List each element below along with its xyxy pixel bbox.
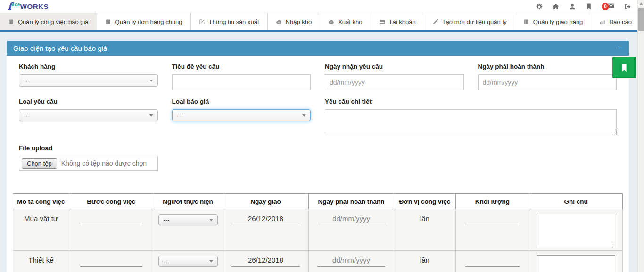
quote-type-select[interactable]: --- <box>172 109 311 121</box>
received-date-input[interactable] <box>325 74 464 90</box>
note-textarea[interactable] <box>537 214 615 248</box>
work-step-input[interactable] <box>80 212 142 225</box>
topbar: f ace WORKS 0 <box>0 0 644 13</box>
quote-request-panel: Giao diện tạo yêu cầu báo giá − Khách hà… <box>7 41 629 272</box>
topbar-icon-group: 0 <box>536 2 632 11</box>
row-due-date-input[interactable] <box>317 254 385 267</box>
work-item-row: Thiết kế --- lần <box>13 251 623 272</box>
due-date-input[interactable] <box>478 74 617 90</box>
row-due-date-input[interactable] <box>317 212 385 225</box>
tab[interactable]: Quản lý giao hàng <box>515 13 592 30</box>
request-title-label: Tiêu đề yêu cầu <box>172 63 311 70</box>
assignee-select[interactable]: --- <box>158 214 218 225</box>
notifications-mail-button[interactable]: 0 <box>602 2 615 11</box>
tab[interactable]: Quản lý công việc báo giá <box>0 13 97 30</box>
customer-label: Khách hàng <box>19 63 158 70</box>
scroll-up-arrow-icon[interactable] <box>639 2 643 5</box>
bar-chart-icon <box>599 19 605 25</box>
choose-file-button[interactable]: Chọn tệp <box>22 158 57 169</box>
logo-letter-f: f <box>8 1 12 11</box>
file-upload-label: File upload <box>19 144 158 152</box>
field-request-detail: Yêu cầu chi tiết <box>325 90 617 137</box>
chevron-down-icon <box>302 114 306 117</box>
tab[interactable]: Báo cáo <box>591 13 640 30</box>
field-received-date: Ngày nhận yêu cầu <box>325 56 464 90</box>
field-request-type: Loại yêu cầu --- <box>19 90 158 137</box>
book-icon <box>105 19 111 25</box>
panel-header: Giao diện tạo yêu cầu báo giá − <box>7 41 629 56</box>
settings-gear-icon[interactable] <box>536 3 543 10</box>
column-header: Ngày giao <box>223 194 308 209</box>
request-detail-textarea[interactable] <box>325 109 617 135</box>
panel-title: Giao diện tạo yêu cầu báo giá <box>13 44 107 52</box>
cloud-upload-icon <box>328 19 334 25</box>
scrollbar-thumb[interactable] <box>638 8 644 31</box>
work-items-table: Mô tả công việcBước công việcNgười thực … <box>13 193 623 272</box>
chevron-down-icon <box>209 260 213 263</box>
work-step-input[interactable] <box>80 254 142 267</box>
work-unit-label: lần <box>397 209 453 223</box>
assignee-select[interactable]: --- <box>158 256 218 267</box>
request-type-select-value: --- <box>24 112 30 119</box>
customer-select-value: --- <box>24 77 30 84</box>
column-header: Ngày phải hoàn thành <box>309 194 394 209</box>
column-header: Mô tả công việc <box>13 194 69 209</box>
work-unit-label: lần <box>397 251 453 264</box>
field-file-upload: File upload Chọn tệp Không có tệp nào đư… <box>19 137 158 171</box>
tab[interactable]: Tài khoản <box>371 13 424 30</box>
faceworks-logo[interactable]: f ace WORKS <box>8 1 49 11</box>
work-item-row: Mua vật tư --- lần <box>13 209 623 251</box>
mail-count-badge: 0 <box>602 3 609 10</box>
tab[interactable]: Nhập kho <box>268 13 321 30</box>
tab[interactable]: Tạo mới dữ liệu quản lý <box>424 13 515 30</box>
cloud-download-icon <box>276 19 282 25</box>
logo-ace-text: ace <box>12 2 20 7</box>
customer-select[interactable]: --- <box>19 74 158 87</box>
edit-square-icon <box>199 19 205 25</box>
column-header: Khối lượng <box>455 194 529 209</box>
assign-date-input[interactable] <box>231 254 300 267</box>
field-request-title: Tiêu đề yêu cầu <box>172 56 311 90</box>
quantity-input[interactable] <box>465 254 520 267</box>
column-header: Bước công việc <box>69 194 153 209</box>
bookmark-icon[interactable] <box>585 3 593 10</box>
request-type-select[interactable]: --- <box>19 109 158 121</box>
logo-works-text: WORKS <box>20 3 49 10</box>
quote-type-label: Loại báo giá <box>172 98 311 105</box>
quick-bookmark-button[interactable] <box>612 57 636 78</box>
book-icon <box>523 19 529 25</box>
file-status-text: Không có tệp nào được chọn <box>61 160 147 167</box>
note-textarea[interactable] <box>537 255 615 272</box>
home-icon[interactable] <box>552 3 560 10</box>
quote-type-select-value: --- <box>177 112 183 119</box>
table-header-row: Mô tả công việcBước công việcNgười thực … <box>13 194 623 209</box>
tab[interactable]: Thông tin sản xuất <box>191 13 268 30</box>
main-content: Giao diện tạo yêu cầu báo giá − Khách hà… <box>0 41 644 272</box>
assignee-select-value: --- <box>164 216 170 224</box>
received-date-label: Ngày nhận yêu cầu <box>325 63 464 70</box>
tab[interactable]: Quản lý đơn hàng chung <box>97 13 191 30</box>
field-due-date: Ngày phải hoàn thành <box>478 56 617 90</box>
assign-date-input[interactable] <box>231 212 300 225</box>
chevron-down-icon <box>149 80 153 82</box>
quote-request-form: Khách hàng --- Tiêu đề yêu cầu Ngày nhận… <box>7 56 629 171</box>
active-tab-indicator-strip <box>0 30 644 32</box>
chevron-down-icon <box>209 219 213 221</box>
user-icon[interactable] <box>569 3 576 10</box>
request-title-input[interactable] <box>172 74 311 90</box>
task-description: Mua vật tư <box>16 209 66 223</box>
vertical-scrollbar[interactable] <box>637 0 644 272</box>
field-customer: Khách hàng --- <box>19 56 158 90</box>
logout-icon[interactable] <box>624 3 632 10</box>
book-icon <box>8 19 14 25</box>
file-upload-control[interactable]: Chọn tệp Không có tệp nào được chọn <box>19 156 158 171</box>
request-detail-label: Yêu cầu chi tiết <box>325 98 617 105</box>
assignee-select-value: --- <box>164 258 170 265</box>
field-quote-type: Loại báo giá --- <box>172 90 311 137</box>
column-header: Ghi chú <box>529 194 623 209</box>
pencil-icon <box>432 19 438 25</box>
tab[interactable]: Xuất kho <box>320 13 371 30</box>
quantity-input[interactable] <box>465 212 520 225</box>
chevron-down-icon <box>149 114 153 117</box>
collapse-panel-button[interactable]: − <box>618 44 622 52</box>
